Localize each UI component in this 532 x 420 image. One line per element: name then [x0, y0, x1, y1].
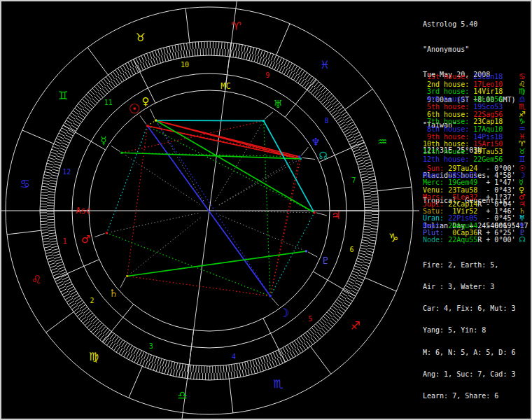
degree-tick: [136, 58, 139, 64]
degree-tick: [182, 364, 183, 371]
house-cusp-value: 22Sag56: [473, 111, 503, 118]
degree-tick: [304, 83, 309, 88]
degree-tick: [69, 301, 74, 305]
degree-tick: [253, 360, 255, 367]
degree-tick: [365, 162, 372, 164]
degree-tick: [364, 159, 371, 161]
degree-tick: [346, 284, 353, 287]
planet-pointer-line: [94, 233, 104, 237]
degree-tick: [41, 227, 48, 227]
degree-tick: [349, 139, 355, 142]
degree-tick: [47, 163, 54, 165]
degree-tick: [71, 125, 77, 129]
degree-tick: [132, 68, 136, 74]
degree-tick: [57, 153, 64, 156]
degree-tick: [81, 111, 87, 115]
degree-tick: [129, 354, 132, 360]
degree-tick: [86, 94, 91, 99]
angle-label: Asc: [76, 206, 91, 216]
degree-tick: [370, 182, 377, 183]
degree-tick: [89, 325, 94, 330]
degree-tick: [363, 237, 370, 239]
degree-tick: [370, 185, 377, 186]
degree-tick: [122, 74, 126, 79]
degree-tick: [347, 136, 354, 140]
house-label: 4th house:: [423, 95, 473, 103]
degree-tick: [111, 81, 115, 87]
degree-tick: [78, 104, 84, 108]
planet-velocity: + 0°00': [482, 236, 515, 244]
degree-tick: [371, 197, 378, 197]
degree-tick: [220, 373, 220, 380]
degree-tick: [332, 100, 338, 105]
degree-tick: [161, 55, 163, 62]
degree-tick: [356, 261, 363, 263]
degree-tick: [330, 308, 336, 312]
degree-tick: [140, 64, 143, 70]
degree-tick: [368, 176, 375, 178]
degree-tick: [354, 285, 360, 288]
degree-tick: [365, 202, 372, 202]
degree-tick: [360, 248, 368, 249]
degree-tick: [255, 359, 258, 366]
degree-tick: [56, 139, 62, 141]
degree-tick: [372, 200, 379, 200]
degree-tick: [340, 109, 345, 113]
degree-tick: [181, 51, 182, 58]
degree-tick: [359, 146, 365, 148]
degree-tick: [341, 124, 346, 127]
degree-tick: [71, 305, 77, 309]
degree-tick: [52, 248, 59, 250]
zodiac-sign-icon: ♏: [273, 377, 283, 391]
degree-tick: [355, 266, 361, 269]
degree-tick: [59, 270, 65, 272]
degree-tick: [172, 46, 174, 52]
degree-tick: [330, 108, 335, 112]
degree-tick: [268, 53, 271, 59]
degree-tick: [104, 338, 108, 344]
degree-tick: [46, 255, 53, 257]
planet-radial-line: [109, 213, 198, 232]
degree-tick: [364, 226, 371, 227]
degree-tick: [63, 140, 69, 143]
house-number: 3: [149, 342, 153, 350]
degree-tick: [54, 144, 60, 146]
house-cusp-value: 22Gem56: [473, 155, 503, 163]
degree-tick: [356, 137, 362, 140]
degree-tick: [363, 185, 370, 186]
planet-pointer-line: [308, 252, 317, 257]
degree-tick: [363, 265, 369, 267]
degree-tick: [160, 358, 162, 365]
degree-tick: [80, 101, 85, 105]
degree-tick: [365, 165, 372, 167]
degree-tick: [362, 179, 369, 181]
planet-pointer-line: [111, 146, 120, 151]
zodiac-sign-icon: ♌: [31, 273, 41, 286]
degree-tick: [351, 130, 358, 133]
degree-tick: [104, 87, 108, 92]
planet-position-dot: [146, 125, 148, 127]
planet-icon: ☽: [279, 306, 289, 320]
degree-tick: [67, 132, 74, 136]
degree-tick: [109, 342, 113, 347]
degree-tick: [279, 57, 281, 64]
degree-tick: [185, 364, 186, 371]
house-label: 9th house:: [423, 133, 473, 141]
angle-label: MC: [220, 81, 230, 91]
degree-tick: [288, 345, 291, 351]
degree-tick: [93, 329, 98, 334]
degree-tick: [363, 262, 370, 264]
degree-tick: [121, 342, 125, 347]
degree-tick: [330, 320, 335, 325]
degree-tick: [49, 262, 55, 265]
degree-tick: [169, 53, 171, 60]
degree-tick: [48, 200, 55, 201]
degree-tick: [298, 69, 302, 75]
degree-tick: [88, 92, 93, 97]
degree-tick: [330, 98, 335, 103]
degree-tick: [40, 201, 47, 202]
degree-tick: [305, 74, 309, 80]
degree-tick: [274, 359, 277, 365]
degree-tick: [314, 81, 318, 87]
degree-tick: [351, 274, 358, 276]
